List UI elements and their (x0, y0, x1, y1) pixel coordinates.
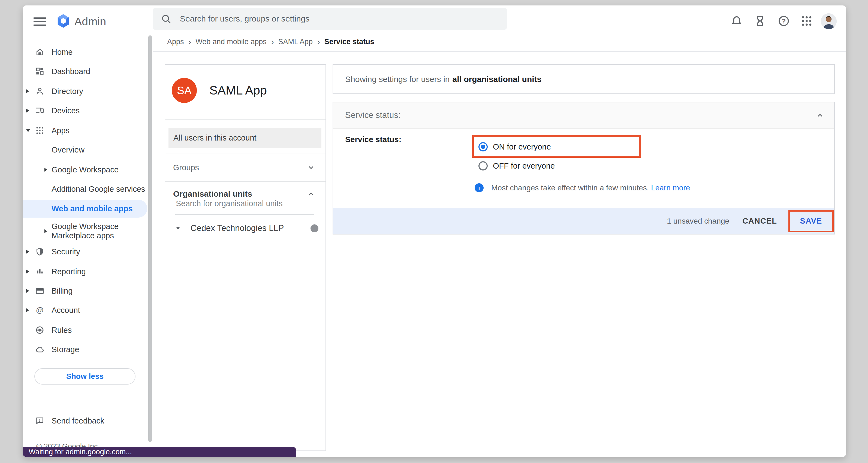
all-users-item[interactable]: All users in this account (168, 128, 321, 148)
dashboard-icon (35, 67, 44, 76)
section-title: Service status: (345, 110, 400, 120)
org-unit-search-input[interactable] (175, 199, 315, 208)
radio-on-label: ON for everyone (493, 142, 551, 152)
sidebar-scrollbar[interactable] (148, 35, 152, 442)
expand-arrow-icon[interactable] (26, 89, 29, 93)
breadcrumb-separator: › (317, 37, 320, 47)
header-divider (153, 51, 846, 52)
org-unit-search[interactable] (175, 199, 314, 208)
info-message: Most changes take effect within a few mi… (491, 184, 649, 192)
radio-off-label: OFF for everyone (493, 162, 555, 170)
chevron-up-icon[interactable] (815, 110, 825, 120)
tasks-hourglass-icon[interactable] (754, 15, 766, 27)
sidebar-item-label: Security (52, 247, 80, 256)
expand-arrow-icon[interactable] (26, 308, 29, 312)
app-title: SAML App (209, 78, 267, 103)
sidebar-divider (23, 404, 153, 404)
send-feedback-item[interactable]: Send feedback (23, 412, 147, 430)
sidebar-nav: Home Dashboard Directory (23, 38, 153, 457)
org-unit-name: Cedex Technologies LLP (191, 223, 284, 233)
collapse-arrow-icon[interactable] (26, 129, 30, 132)
sidebar-item-reporting[interactable]: Reporting (23, 263, 147, 280)
sidebar-item-label: Google Workspace Marketplace apps (52, 222, 139, 240)
save-bar: 1 unsaved change CANCEL SAVE (333, 208, 834, 234)
sidebar-item-web-and-mobile-apps[interactable]: Web and mobile apps (23, 200, 147, 218)
app-avatar: SA (172, 78, 197, 103)
save-annotation-box: SAVE (788, 210, 834, 232)
breadcrumb: Apps › Web and mobile apps › SAML App › … (167, 35, 374, 48)
expand-arrow-icon[interactable] (44, 229, 47, 233)
learn-more-link[interactable]: Learn more (651, 184, 690, 192)
sidebar-item-rules[interactable]: Rules (23, 321, 147, 339)
admin-console-window: Admin ? (23, 5, 846, 457)
scope-banner-prefix: Showing settings for users in (345, 75, 450, 84)
save-button[interactable]: SAVE (800, 217, 822, 226)
menu-icon[interactable] (34, 15, 46, 28)
home-icon (35, 47, 44, 57)
svg-text:?: ? (782, 18, 786, 25)
send-feedback-label: Send feedback (52, 417, 104, 425)
app-scope-panel: SA SAML App All users in this account Gr… (165, 64, 326, 451)
breadcrumb-item[interactable]: Apps (167, 38, 184, 46)
google-admin-logo-icon[interactable] (56, 13, 71, 28)
breadcrumb-item[interactable]: Web and mobile apps (195, 38, 267, 46)
unsaved-changes-text: 1 unsaved change (667, 217, 729, 226)
sidebar-item-label: Google Workspace (52, 165, 119, 174)
cancel-button[interactable]: CANCEL (742, 217, 777, 226)
sidebar-item-devices[interactable]: Devices (23, 102, 147, 120)
show-less-button[interactable]: Show less (34, 368, 135, 385)
at-sign-icon: @ (35, 306, 44, 315)
sidebar-item-label: Storage (52, 345, 79, 354)
sidebar-item-security[interactable]: Security (23, 243, 147, 261)
radio-off-for-everyone[interactable] (478, 161, 488, 170)
expand-arrow-icon[interactable] (44, 168, 47, 172)
sidebar-item-dashboard[interactable]: Dashboard (23, 62, 147, 80)
expand-arrow-icon[interactable] (26, 250, 29, 254)
status-text: Waiting for admin.google.com... (29, 448, 132, 456)
expand-arrow-icon[interactable] (26, 269, 29, 274)
org-unit-tree-item[interactable]: Cedex Technologies LLP (165, 220, 326, 237)
chevron-up-icon (306, 189, 316, 199)
account-avatar[interactable] (821, 13, 837, 29)
sidebar-item-apps[interactable]: Apps (23, 122, 147, 139)
org-unit-status-dot (311, 224, 318, 232)
sidebar-item-google-workspace[interactable]: Google Workspace (23, 161, 147, 179)
sidebar-item-account[interactable]: @ Account (23, 301, 147, 319)
sidebar-item-billing[interactable]: Billing (23, 282, 147, 300)
expand-arrow-icon[interactable] (26, 108, 29, 113)
groups-section-toggle[interactable]: Groups (165, 159, 326, 176)
sidebar-item-label: Overview (52, 145, 85, 155)
input-underline (175, 214, 314, 214)
sidebar-item-label: Additional Google services (52, 185, 145, 194)
sidebar-item-directory[interactable]: Directory (23, 82, 147, 100)
app-launcher-icon[interactable] (800, 15, 813, 27)
breadcrumb-current: Service status (324, 38, 374, 46)
global-search[interactable] (153, 8, 507, 30)
search-input[interactable] (179, 14, 507, 24)
breadcrumb-separator: › (271, 37, 274, 47)
sidebar-item-additional-google-services[interactable]: Additional Google services (23, 180, 147, 198)
expand-arrow-icon[interactable] (26, 289, 29, 293)
sidebar-item-overview[interactable]: Overview (23, 141, 147, 159)
sidebar-item-label: Apps (52, 126, 69, 135)
chevron-down-icon (306, 163, 316, 172)
radio-on-for-everyone[interactable] (478, 142, 488, 152)
shield-icon (35, 247, 44, 256)
sidebar-item-storage[interactable]: Storage (23, 340, 147, 358)
tree-collapse-icon[interactable] (176, 227, 180, 230)
service-status-card: Service status: Service status: ON for e… (333, 102, 835, 234)
sidebar-item-home[interactable]: Home (23, 43, 147, 61)
cloud-icon (35, 345, 44, 354)
sidebar-item-marketplace-apps[interactable]: Google Workspace Marketplace apps (23, 220, 147, 243)
help-icon[interactable]: ? (777, 15, 790, 27)
breadcrumb-separator: › (188, 37, 191, 47)
devices-icon (35, 106, 44, 115)
search-icon (160, 13, 172, 25)
notifications-bell-icon[interactable] (730, 15, 743, 27)
service-status-header[interactable]: Service status: (333, 102, 834, 129)
sidebar-item-label: Rules (52, 326, 72, 335)
info-icon: i (475, 183, 484, 192)
breadcrumb-item[interactable]: SAML App (278, 38, 313, 46)
all-users-label: All users in this account (174, 133, 256, 142)
divider (165, 154, 326, 154)
